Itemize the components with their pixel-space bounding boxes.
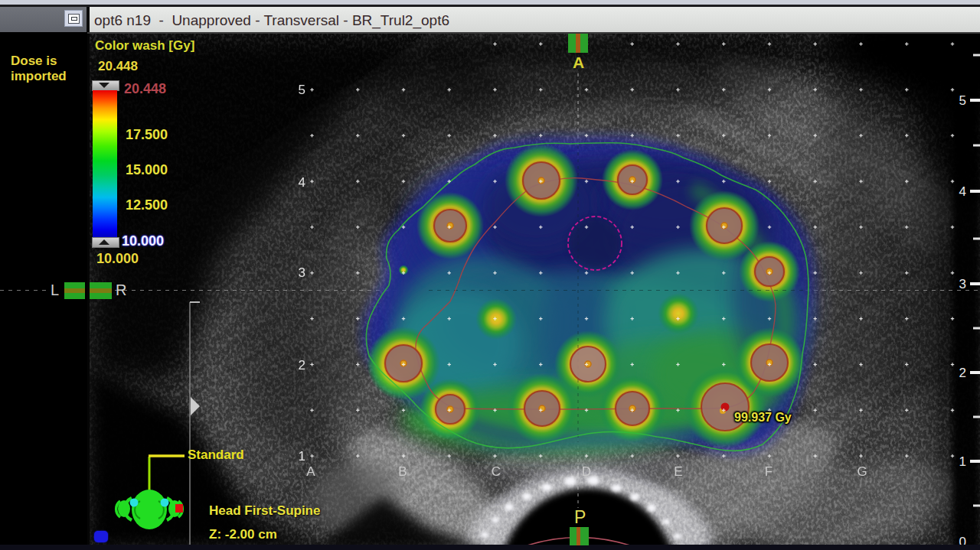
- svg-text:2: 2: [299, 358, 305, 373]
- svg-text:A: A: [306, 464, 315, 479]
- svg-text:4: 4: [299, 175, 305, 190]
- svg-text:E: E: [674, 464, 682, 479]
- svg-text:2: 2: [959, 366, 966, 380]
- svg-text:F: F: [765, 464, 773, 479]
- svg-text:1: 1: [959, 454, 966, 469]
- svg-text:1: 1: [299, 449, 305, 464]
- svg-text:G: G: [857, 464, 867, 479]
- svg-text:5: 5: [299, 83, 305, 97]
- svg-text:4: 4: [959, 184, 966, 199]
- svg-text:3: 3: [299, 265, 305, 280]
- svg-text:5: 5: [959, 93, 966, 108]
- svg-text:B: B: [398, 464, 407, 479]
- svg-text:D: D: [582, 464, 591, 479]
- svg-text:3: 3: [959, 277, 966, 291]
- svg-text:C: C: [492, 464, 501, 479]
